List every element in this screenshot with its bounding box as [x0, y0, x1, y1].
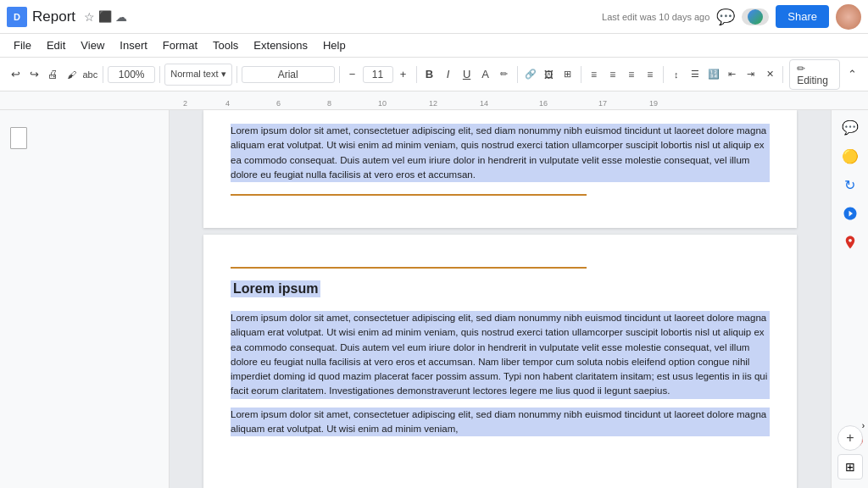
page-1: Lorem ipsum dolor sit amet, consectetuer…	[203, 110, 797, 228]
menu-bar: File Edit View Insert Format Tools Exten…	[0, 34, 868, 58]
expand-button[interactable]: ⌃	[843, 64, 862, 86]
doc-icon: D	[7, 7, 27, 27]
justify-button[interactable]: ≡	[642, 64, 659, 86]
left-sidebar	[0, 110, 170, 488]
separator-4	[339, 66, 340, 83]
title-icons: ☆ ⬛ ☁	[84, 10, 127, 24]
print-button[interactable]: 🖨	[44, 64, 61, 86]
menu-format[interactable]: Format	[156, 36, 204, 54]
right-panel: 💬 🟡 ↻ 1 + ⊞ ›	[831, 110, 868, 488]
link-button[interactable]: 🔗	[522, 64, 539, 86]
format-painter-button[interactable]: 🖌	[63, 64, 80, 86]
bold-button[interactable]: B	[420, 64, 437, 86]
separator-7	[581, 66, 581, 83]
keep-icon[interactable]: 🟡	[837, 142, 864, 169]
toolbar: ↩ ↪ 🖨 🖌 abc 100% Normal text ▾ Arial − 1…	[0, 58, 868, 92]
last-edit-label: Last edit was 10 days ago	[602, 12, 709, 22]
separator-2	[159, 66, 160, 83]
line-spacing-button[interactable]: ↕	[668, 64, 685, 86]
more-button[interactable]: ⊞	[559, 64, 576, 86]
highlight-button[interactable]: ✏	[496, 64, 513, 86]
separator-6	[517, 66, 518, 83]
increase-font-button[interactable]: +	[395, 64, 412, 86]
ruler-content: 2 4 6 8 10 12 14 16 17 19	[175, 92, 868, 109]
share-button[interactable]: Share	[776, 5, 829, 28]
page2-heading-container: Lorem ipsum	[231, 280, 770, 304]
underline-button[interactable]: U	[459, 64, 476, 86]
menu-tools[interactable]: Tools	[206, 36, 245, 54]
separator-3	[236, 66, 237, 83]
separator-9	[782, 66, 783, 83]
redo-button[interactable]: ↪	[25, 64, 42, 86]
title-bar: D Report ☆ ⬛ ☁ Last edit was 10 days ago…	[0, 0, 868, 34]
drive-icon[interactable]: ↻	[837, 171, 864, 198]
menu-help[interactable]: Help	[316, 36, 353, 54]
collaborator-avatar	[742, 8, 769, 25]
menu-extensions[interactable]: Extensions	[247, 36, 314, 54]
list-button[interactable]: ☰	[687, 64, 704, 86]
align-center-button[interactable]: ≡	[604, 64, 621, 86]
indent-decrease-button[interactable]: ⇤	[724, 64, 741, 86]
menu-edit[interactable]: Edit	[40, 36, 72, 54]
italic-button[interactable]: I	[439, 64, 456, 86]
save-icon[interactable]: ⬛	[98, 10, 112, 23]
align-right-button[interactable]: ≡	[623, 64, 640, 86]
text-color-button[interactable]: A	[477, 64, 494, 86]
indent-increase-button[interactable]: ⇥	[743, 64, 760, 86]
align-left-button[interactable]: ≡	[586, 64, 603, 86]
decrease-font-button[interactable]: −	[343, 64, 360, 86]
spell-check-button[interactable]: abc	[81, 64, 98, 86]
cloud-icon[interactable]: ☁	[115, 10, 127, 24]
editing-mode-button[interactable]: ✏ Editing	[789, 59, 839, 90]
separator-1	[103, 66, 103, 83]
font-selector[interactable]: Arial	[242, 66, 335, 83]
title-right: Last edit was 10 days ago 💬 Share	[602, 4, 861, 30]
star-icon[interactable]: ☆	[84, 10, 95, 24]
font-size-input[interactable]: 11	[363, 66, 393, 83]
page2-paragraph2: Lorem ipsum dolor sit amet, consectetuer…	[231, 408, 770, 437]
separator-5	[416, 66, 417, 83]
menu-file[interactable]: File	[7, 36, 38, 54]
page2-heading: Lorem ipsum	[231, 280, 320, 297]
comment-icon[interactable]: 💬	[716, 8, 735, 26]
menu-insert[interactable]: Insert	[113, 36, 154, 54]
page2-paragraph1: Lorem ipsum dolor sit amet, consectetuer…	[231, 311, 770, 399]
page1-paragraph: Lorem ipsum dolor sit amet, consectetuer…	[231, 124, 770, 182]
toolbar-right: ✏ Editing ⌃	[780, 59, 861, 90]
main-content: Lorem ipsum dolor sit amet, consectetuer…	[0, 110, 868, 488]
menu-view[interactable]: View	[74, 36, 111, 54]
document-area[interactable]: Lorem ipsum dolor sit amet, consectetuer…	[170, 110, 831, 488]
calendar-icon[interactable]	[837, 200, 864, 227]
collapse-panel-button[interactable]: ›	[862, 421, 865, 430]
addon-store-button[interactable]: ⊞	[837, 454, 863, 480]
user-avatar[interactable]	[836, 4, 861, 30]
separator-8	[663, 66, 664, 83]
clear-formatting-button[interactable]: ✕	[761, 64, 778, 86]
assistant-icon[interactable]: 💬	[837, 114, 864, 141]
zoom-selector[interactable]: 100%	[108, 66, 155, 83]
undo-button[interactable]: ↩	[7, 64, 24, 86]
maps-icon[interactable]	[837, 229, 864, 256]
doc-title: Report	[32, 8, 75, 25]
add-app-button[interactable]: +	[837, 425, 863, 451]
page-thumbnail	[10, 127, 27, 149]
numbered-list-button[interactable]: 🔢	[705, 64, 722, 86]
normal-text-button[interactable]: Normal text ▾	[164, 64, 232, 86]
page-2: Lorem ipsum Lorem ipsum dolor sit amet, …	[203, 235, 797, 488]
page2-top-divider	[231, 267, 587, 269]
ruler: 2 4 6 8 10 12 14 16 17 19	[0, 92, 868, 110]
image-button[interactable]: 🖼	[541, 64, 558, 86]
page1-divider	[231, 194, 587, 196]
